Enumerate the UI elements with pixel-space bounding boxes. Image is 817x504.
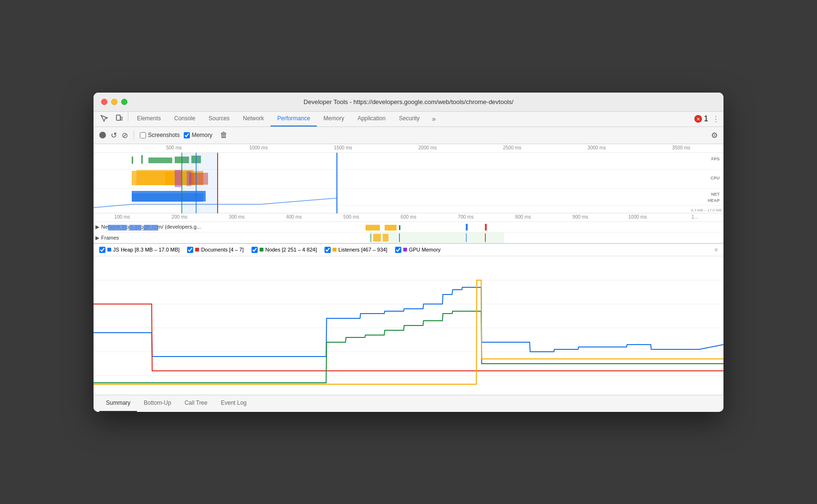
- b-ruler-800: 800 ms: [494, 214, 552, 221]
- js-heap-checkbox[interactable]: [99, 247, 105, 253]
- network-chart: 364.9 ms 214.0 ms 222.9 ms: [94, 223, 723, 231]
- gpu-checkbox[interactable]: [395, 247, 401, 253]
- clear-button[interactable]: 🗑: [220, 131, 228, 139]
- tab-network[interactable]: Network: [236, 112, 271, 126]
- memory-legend: JS Heap [8.3 MB – 17.0 MB] Documents [4 …: [94, 244, 723, 256]
- reload-record-button[interactable]: ↺: [110, 131, 118, 140]
- devtools-menu-icon[interactable]: ⋮: [712, 115, 720, 124]
- memory-chart-area: [94, 256, 723, 395]
- tab-call-tree[interactable]: Call Tree: [178, 395, 214, 412]
- traffic-lights: [101, 99, 127, 105]
- memory-svg: [94, 256, 723, 395]
- memory-label: Memory: [192, 132, 212, 138]
- nodes-label: Nodes [2 251 – 4 824]: [265, 247, 317, 252]
- svg-rect-36: [399, 233, 400, 242]
- svg-rect-40: [383, 234, 388, 242]
- devtools-tabs: Elements Console Sources Network Perform…: [94, 112, 723, 127]
- error-x: ✕: [696, 116, 700, 122]
- fps-label: FPS: [711, 157, 720, 161]
- tab-application[interactable]: Application: [351, 112, 392, 126]
- tab-summary[interactable]: Summary: [99, 395, 137, 412]
- screenshots-checkbox[interactable]: [140, 132, 146, 138]
- error-count: 1: [704, 115, 708, 123]
- svg-rect-31: [466, 224, 468, 231]
- ruler-label-3500: 3500 ms: [639, 145, 723, 152]
- svg-rect-34: [370, 232, 504, 243]
- svg-rect-1: [121, 117, 122, 120]
- tab-security[interactable]: Security: [392, 112, 426, 126]
- b-ruler-600: 600 ms: [380, 214, 437, 221]
- minimize-button[interactable]: [111, 99, 117, 105]
- tab-sources[interactable]: Sources: [202, 112, 236, 126]
- window-title: Developer Tools - https://developers.goo…: [304, 98, 513, 105]
- timeline-overview: 500 ms 1000 ms 1500 ms 2000 ms 2500 ms 3…: [94, 144, 723, 244]
- maximize-button[interactable]: [121, 99, 127, 105]
- listeners-label: Listeners [467 – 934]: [338, 247, 388, 252]
- nodes-color: [260, 248, 263, 252]
- svg-rect-6: [141, 155, 143, 164]
- tab-bottom-up[interactable]: Bottom-Up: [137, 395, 178, 412]
- svg-text:214.0 ms: 214.0 ms: [128, 227, 144, 231]
- frames-row: ▶ Frames: [94, 232, 723, 243]
- ruler-label-2000: 2000 ms: [385, 145, 470, 152]
- b-ruler-900: 900 ms: [552, 214, 609, 221]
- cpu-label: CPU: [711, 176, 720, 180]
- svg-rect-14: [175, 170, 182, 187]
- heap-range: 8.3 MB – 17.0 MB: [691, 208, 722, 212]
- svg-rect-5: [132, 157, 133, 164]
- ruler-label-3000: 3000 ms: [555, 145, 639, 152]
- gpu-label: GPU Memory: [409, 247, 441, 252]
- b-ruler-100: 100 ms: [94, 214, 151, 221]
- overview-chart: [94, 153, 723, 213]
- devtools-window: Developer Tools - https://developers.goo…: [94, 93, 723, 412]
- device-icon[interactable]: [113, 112, 126, 125]
- record-button[interactable]: [99, 132, 106, 138]
- frames-chart: [94, 232, 723, 243]
- ruler-label-1500: 1500 ms: [301, 145, 385, 152]
- memory-checkbox-item: Memory: [184, 132, 212, 138]
- close-button[interactable]: [101, 99, 107, 105]
- listeners-color: [333, 248, 336, 252]
- stop-recording-button[interactable]: ⊘: [122, 131, 128, 140]
- tab-console[interactable]: Console: [168, 112, 202, 126]
- legend-js-heap: JS Heap [8.3 MB – 17.0 MB]: [99, 247, 179, 253]
- b-ruler-300: 300 ms: [208, 214, 265, 221]
- error-badge: ✕: [694, 115, 702, 123]
- legend-gpu: GPU Memory: [395, 247, 441, 253]
- svg-rect-29: [366, 225, 380, 231]
- listeners-checkbox[interactable]: [325, 247, 331, 253]
- more-tabs-button[interactable]: »: [428, 112, 440, 126]
- memory-checkbox[interactable]: [184, 132, 190, 138]
- svg-text:364.9 ms: 364.9 ms: [110, 227, 126, 231]
- tab-elements[interactable]: Elements: [130, 112, 168, 126]
- net-label: NET: [711, 192, 720, 197]
- b-ruler-1000: 1000 ms: [609, 214, 666, 221]
- tab-performance[interactable]: Performance: [271, 112, 317, 126]
- js-heap-label: JS Heap [8.3 MB – 17.0 MB]: [113, 247, 179, 252]
- b-ruler-200: 200 ms: [151, 214, 208, 221]
- svg-rect-30: [385, 225, 397, 231]
- settings-icon[interactable]: ⚙: [711, 131, 718, 140]
- ruler-label-1000: 1000 ms: [216, 145, 301, 152]
- b-ruler-more: 1...: [666, 214, 723, 221]
- tab-event-log[interactable]: Event Log: [214, 395, 253, 412]
- legend-documents: Documents [4 – 7]: [187, 247, 243, 253]
- svg-rect-0: [116, 115, 120, 120]
- titlebar: Developer Tools - https://developers.goo…: [94, 93, 723, 112]
- documents-checkbox[interactable]: [187, 247, 193, 253]
- svg-rect-38: [485, 233, 486, 242]
- svg-rect-39: [373, 234, 381, 242]
- tab-memory[interactable]: Memory: [317, 112, 351, 126]
- screenshots-label: Screenshots: [148, 132, 180, 138]
- inspect-icon[interactable]: [97, 112, 111, 125]
- svg-rect-32: [485, 224, 487, 231]
- nodes-checkbox[interactable]: [251, 247, 258, 253]
- ruler-label-500: 500 ms: [132, 145, 216, 152]
- svg-rect-37: [466, 233, 467, 242]
- gpu-color: [403, 248, 407, 252]
- documents-label: Documents [4 – 7]: [201, 247, 243, 252]
- error-indicator: ✕ 1 ⋮: [694, 112, 720, 126]
- legend-more-icon[interactable]: ≡: [715, 247, 718, 252]
- bottom-tabs-bar: Summary Bottom-Up Call Tree Event Log: [94, 395, 723, 412]
- screenshots-checkbox-item: Screenshots: [140, 132, 180, 138]
